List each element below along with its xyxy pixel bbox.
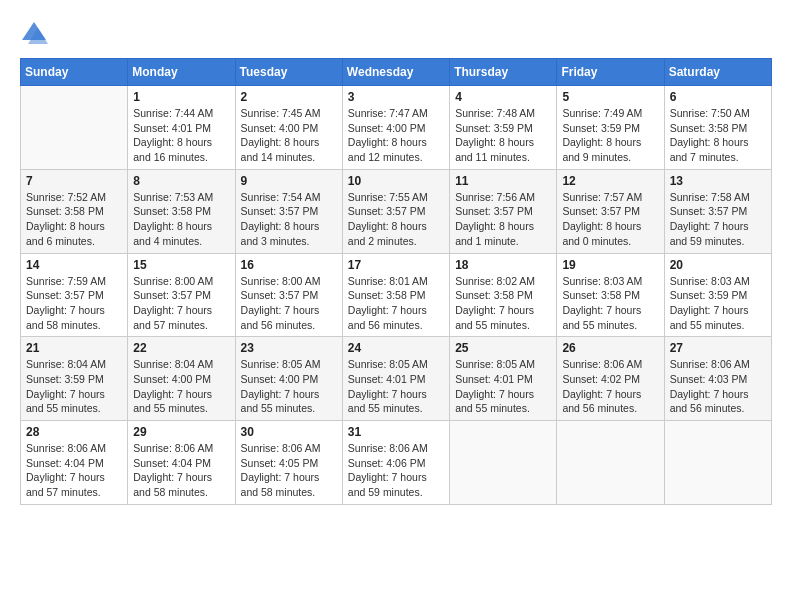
calendar-week-row: 21Sunrise: 8:04 AMSunset: 3:59 PMDayligh… — [21, 337, 772, 421]
day-info: Sunrise: 8:04 AMSunset: 4:00 PMDaylight:… — [133, 357, 229, 416]
day-info: Sunrise: 8:01 AMSunset: 3:58 PMDaylight:… — [348, 274, 444, 333]
calendar-table: SundayMondayTuesdayWednesdayThursdayFrid… — [20, 58, 772, 505]
day-number: 10 — [348, 174, 444, 188]
day-info: Sunrise: 8:04 AMSunset: 3:59 PMDaylight:… — [26, 357, 122, 416]
day-info: Sunrise: 7:56 AMSunset: 3:57 PMDaylight:… — [455, 190, 551, 249]
calendar-cell: 21Sunrise: 8:04 AMSunset: 3:59 PMDayligh… — [21, 337, 128, 421]
calendar-cell: 1Sunrise: 7:44 AMSunset: 4:01 PMDaylight… — [128, 86, 235, 170]
column-header-wednesday: Wednesday — [342, 59, 449, 86]
day-number: 30 — [241, 425, 337, 439]
calendar-cell: 25Sunrise: 8:05 AMSunset: 4:01 PMDayligh… — [450, 337, 557, 421]
calendar-cell: 7Sunrise: 7:52 AMSunset: 3:58 PMDaylight… — [21, 169, 128, 253]
calendar-cell: 30Sunrise: 8:06 AMSunset: 4:05 PMDayligh… — [235, 421, 342, 505]
day-info: Sunrise: 8:06 AMSunset: 4:06 PMDaylight:… — [348, 441, 444, 500]
day-info: Sunrise: 8:00 AMSunset: 3:57 PMDaylight:… — [241, 274, 337, 333]
calendar-cell: 14Sunrise: 7:59 AMSunset: 3:57 PMDayligh… — [21, 253, 128, 337]
day-info: Sunrise: 7:53 AMSunset: 3:58 PMDaylight:… — [133, 190, 229, 249]
day-number: 17 — [348, 258, 444, 272]
calendar-cell — [664, 421, 771, 505]
day-info: Sunrise: 7:50 AMSunset: 3:58 PMDaylight:… — [670, 106, 766, 165]
calendar-cell: 24Sunrise: 8:05 AMSunset: 4:01 PMDayligh… — [342, 337, 449, 421]
calendar-cell: 13Sunrise: 7:58 AMSunset: 3:57 PMDayligh… — [664, 169, 771, 253]
day-info: Sunrise: 8:02 AMSunset: 3:58 PMDaylight:… — [455, 274, 551, 333]
day-info: Sunrise: 7:55 AMSunset: 3:57 PMDaylight:… — [348, 190, 444, 249]
calendar-cell: 26Sunrise: 8:06 AMSunset: 4:02 PMDayligh… — [557, 337, 664, 421]
calendar-week-row: 1Sunrise: 7:44 AMSunset: 4:01 PMDaylight… — [21, 86, 772, 170]
column-header-monday: Monday — [128, 59, 235, 86]
day-info: Sunrise: 7:45 AMSunset: 4:00 PMDaylight:… — [241, 106, 337, 165]
calendar-cell: 22Sunrise: 8:04 AMSunset: 4:00 PMDayligh… — [128, 337, 235, 421]
day-number: 19 — [562, 258, 658, 272]
day-info: Sunrise: 7:54 AMSunset: 3:57 PMDaylight:… — [241, 190, 337, 249]
day-info: Sunrise: 7:44 AMSunset: 4:01 PMDaylight:… — [133, 106, 229, 165]
day-info: Sunrise: 7:48 AMSunset: 3:59 PMDaylight:… — [455, 106, 551, 165]
calendar-cell: 3Sunrise: 7:47 AMSunset: 4:00 PMDaylight… — [342, 86, 449, 170]
day-number: 13 — [670, 174, 766, 188]
day-info: Sunrise: 8:05 AMSunset: 4:01 PMDaylight:… — [348, 357, 444, 416]
day-info: Sunrise: 8:05 AMSunset: 4:01 PMDaylight:… — [455, 357, 551, 416]
day-number: 6 — [670, 90, 766, 104]
day-info: Sunrise: 8:00 AMSunset: 3:57 PMDaylight:… — [133, 274, 229, 333]
day-info: Sunrise: 7:57 AMSunset: 3:57 PMDaylight:… — [562, 190, 658, 249]
calendar-cell: 18Sunrise: 8:02 AMSunset: 3:58 PMDayligh… — [450, 253, 557, 337]
calendar-cell: 23Sunrise: 8:05 AMSunset: 4:00 PMDayligh… — [235, 337, 342, 421]
day-number: 9 — [241, 174, 337, 188]
day-info: Sunrise: 8:03 AMSunset: 3:59 PMDaylight:… — [670, 274, 766, 333]
day-number: 21 — [26, 341, 122, 355]
calendar-cell: 29Sunrise: 8:06 AMSunset: 4:04 PMDayligh… — [128, 421, 235, 505]
calendar-cell: 6Sunrise: 7:50 AMSunset: 3:58 PMDaylight… — [664, 86, 771, 170]
calendar-cell: 8Sunrise: 7:53 AMSunset: 3:58 PMDaylight… — [128, 169, 235, 253]
calendar-cell — [21, 86, 128, 170]
calendar-cell: 16Sunrise: 8:00 AMSunset: 3:57 PMDayligh… — [235, 253, 342, 337]
day-info: Sunrise: 8:06 AMSunset: 4:04 PMDaylight:… — [133, 441, 229, 500]
calendar-week-row: 14Sunrise: 7:59 AMSunset: 3:57 PMDayligh… — [21, 253, 772, 337]
calendar-cell: 31Sunrise: 8:06 AMSunset: 4:06 PMDayligh… — [342, 421, 449, 505]
day-number: 15 — [133, 258, 229, 272]
day-number: 14 — [26, 258, 122, 272]
calendar-cell: 5Sunrise: 7:49 AMSunset: 3:59 PMDaylight… — [557, 86, 664, 170]
calendar-cell: 28Sunrise: 8:06 AMSunset: 4:04 PMDayligh… — [21, 421, 128, 505]
day-number: 22 — [133, 341, 229, 355]
calendar-cell: 12Sunrise: 7:57 AMSunset: 3:57 PMDayligh… — [557, 169, 664, 253]
calendar-cell: 2Sunrise: 7:45 AMSunset: 4:00 PMDaylight… — [235, 86, 342, 170]
day-number: 12 — [562, 174, 658, 188]
day-info: Sunrise: 7:47 AMSunset: 4:00 PMDaylight:… — [348, 106, 444, 165]
calendar-cell: 19Sunrise: 8:03 AMSunset: 3:58 PMDayligh… — [557, 253, 664, 337]
logo — [20, 20, 52, 48]
day-number: 18 — [455, 258, 551, 272]
day-number: 26 — [562, 341, 658, 355]
calendar-cell: 4Sunrise: 7:48 AMSunset: 3:59 PMDaylight… — [450, 86, 557, 170]
calendar-cell: 11Sunrise: 7:56 AMSunset: 3:57 PMDayligh… — [450, 169, 557, 253]
day-number: 29 — [133, 425, 229, 439]
day-number: 31 — [348, 425, 444, 439]
day-number: 28 — [26, 425, 122, 439]
day-number: 11 — [455, 174, 551, 188]
day-info: Sunrise: 7:59 AMSunset: 3:57 PMDaylight:… — [26, 274, 122, 333]
logo-icon — [20, 20, 48, 48]
calendar-cell: 10Sunrise: 7:55 AMSunset: 3:57 PMDayligh… — [342, 169, 449, 253]
day-info: Sunrise: 7:52 AMSunset: 3:58 PMDaylight:… — [26, 190, 122, 249]
day-number: 23 — [241, 341, 337, 355]
calendar-cell: 9Sunrise: 7:54 AMSunset: 3:57 PMDaylight… — [235, 169, 342, 253]
day-number: 5 — [562, 90, 658, 104]
day-info: Sunrise: 8:06 AMSunset: 4:05 PMDaylight:… — [241, 441, 337, 500]
day-number: 24 — [348, 341, 444, 355]
day-number: 16 — [241, 258, 337, 272]
calendar-cell: 15Sunrise: 8:00 AMSunset: 3:57 PMDayligh… — [128, 253, 235, 337]
day-number: 27 — [670, 341, 766, 355]
column-header-saturday: Saturday — [664, 59, 771, 86]
calendar-week-row: 7Sunrise: 7:52 AMSunset: 3:58 PMDaylight… — [21, 169, 772, 253]
calendar-week-row: 28Sunrise: 8:06 AMSunset: 4:04 PMDayligh… — [21, 421, 772, 505]
day-info: Sunrise: 8:06 AMSunset: 4:04 PMDaylight:… — [26, 441, 122, 500]
day-info: Sunrise: 8:05 AMSunset: 4:00 PMDaylight:… — [241, 357, 337, 416]
page-header — [20, 20, 772, 48]
column-header-thursday: Thursday — [450, 59, 557, 86]
day-info: Sunrise: 8:03 AMSunset: 3:58 PMDaylight:… — [562, 274, 658, 333]
day-number: 20 — [670, 258, 766, 272]
day-number: 4 — [455, 90, 551, 104]
calendar-cell: 27Sunrise: 8:06 AMSunset: 4:03 PMDayligh… — [664, 337, 771, 421]
column-header-friday: Friday — [557, 59, 664, 86]
day-info: Sunrise: 7:58 AMSunset: 3:57 PMDaylight:… — [670, 190, 766, 249]
day-info: Sunrise: 7:49 AMSunset: 3:59 PMDaylight:… — [562, 106, 658, 165]
calendar-cell: 20Sunrise: 8:03 AMSunset: 3:59 PMDayligh… — [664, 253, 771, 337]
